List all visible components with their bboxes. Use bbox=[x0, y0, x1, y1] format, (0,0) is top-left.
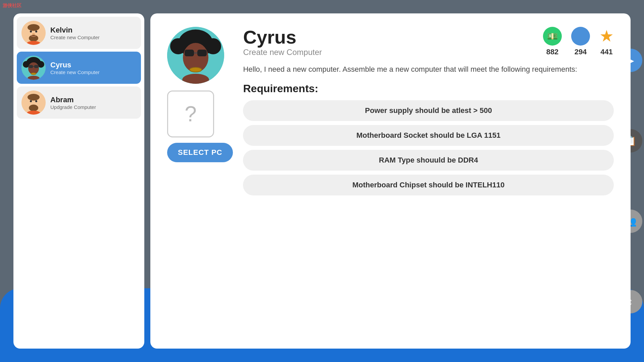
blue-circle-icon bbox=[571, 27, 590, 46]
detail-name-group: Cyrus Create new Computer bbox=[243, 27, 322, 64]
modal-wrapper: Kelvin Create new Computer bbox=[13, 13, 631, 349]
requirements-title: Requirements: bbox=[243, 82, 614, 95]
svg-point-20 bbox=[35, 100, 37, 102]
order-list-panel: Kelvin Create new Computer bbox=[13, 13, 144, 349]
svg-rect-29 bbox=[197, 50, 207, 56]
req-item-0: Power supply should be atlest > 500 bbox=[243, 100, 614, 121]
avatar-kelvin bbox=[21, 21, 46, 45]
svg-point-2 bbox=[30, 31, 32, 33]
kelvin-order-info: Kelvin Create new Computer bbox=[50, 26, 100, 40]
detail-description: Hello, I need a new computer. Assemble m… bbox=[243, 64, 614, 75]
svg-point-1 bbox=[28, 24, 40, 31]
avatar-cyrus bbox=[21, 56, 46, 80]
req-item-3: Motherboard Chipset should be INTELH110 bbox=[243, 175, 614, 195]
svg-point-5 bbox=[29, 35, 38, 42]
pc-placeholder-container: ? bbox=[167, 90, 233, 137]
avatar-abram bbox=[21, 90, 46, 115]
cyrus-order-info: Cyrus Create new Computer bbox=[50, 61, 100, 75]
svg-rect-13 bbox=[34, 65, 38, 68]
order-item-kelvin[interactable]: Kelvin Create new Computer bbox=[17, 17, 141, 49]
abram-avatar-svg bbox=[21, 90, 46, 115]
req-item-1: Motherboard Socket should be LGA 1151 bbox=[243, 125, 614, 146]
cyrus-name: Cyrus bbox=[50, 61, 100, 69]
stat-blue: 294 bbox=[571, 27, 590, 56]
stat-money: 💵 882 bbox=[543, 27, 562, 56]
kelvin-name: Kelvin bbox=[50, 26, 100, 35]
detail-subtitle: Create new Computer bbox=[243, 48, 322, 57]
detail-name: Cyrus bbox=[243, 27, 322, 48]
detail-text-area: Cyrus Create new Computer 💵 882 294 bbox=[243, 27, 614, 199]
req-item-2: RAM Type shouuld be DDR4 bbox=[243, 150, 614, 171]
select-pc-button[interactable]: SELECT PC bbox=[167, 143, 233, 162]
watermark: 游侠社区 bbox=[3, 3, 21, 9]
stats-container: 💵 882 294 ★ 441 bbox=[543, 27, 614, 56]
abram-order-info: Abram Updgrade Computer bbox=[50, 96, 96, 110]
kelvin-avatar-svg bbox=[21, 21, 46, 45]
detail-avatar-container: ? SELECT PC bbox=[167, 27, 233, 162]
money-value: 882 bbox=[546, 48, 559, 56]
cyrus-avatar-svg bbox=[21, 56, 46, 80]
abram-name: Abram bbox=[50, 96, 96, 104]
svg-rect-12 bbox=[29, 65, 33, 68]
pc-placeholder: ? bbox=[167, 90, 214, 137]
svg-point-3 bbox=[35, 31, 37, 33]
svg-point-31 bbox=[190, 67, 202, 72]
svg-point-25 bbox=[170, 38, 186, 54]
svg-point-19 bbox=[30, 100, 32, 102]
detail-panel: ✕ bbox=[150, 13, 631, 349]
abram-subtitle: Updgrade Computer bbox=[50, 104, 96, 110]
money-icon: 💵 bbox=[543, 27, 562, 46]
order-item-cyrus[interactable]: Cyrus Create new Computer bbox=[17, 52, 141, 84]
select-pc-btn-container: SELECT PC bbox=[167, 143, 233, 162]
detail-avatar bbox=[167, 27, 224, 84]
cyrus-subtitle: Create new Computer bbox=[50, 69, 100, 75]
blue-value: 294 bbox=[575, 48, 587, 56]
question-mark-icon: ? bbox=[185, 102, 197, 126]
order-item-abram[interactable]: Abram Updgrade Computer bbox=[17, 86, 141, 119]
stat-star: ★ 441 bbox=[599, 27, 614, 56]
svg-point-21 bbox=[29, 105, 38, 111]
svg-rect-28 bbox=[185, 50, 194, 56]
detail-cyrus-svg bbox=[167, 27, 224, 84]
svg-point-15 bbox=[31, 73, 36, 75]
star-icon: ★ bbox=[599, 27, 614, 46]
kelvin-subtitle: Create new Computer bbox=[50, 35, 100, 40]
star-value: 441 bbox=[600, 48, 613, 56]
svg-point-26 bbox=[205, 38, 221, 54]
svg-point-18 bbox=[28, 94, 40, 101]
